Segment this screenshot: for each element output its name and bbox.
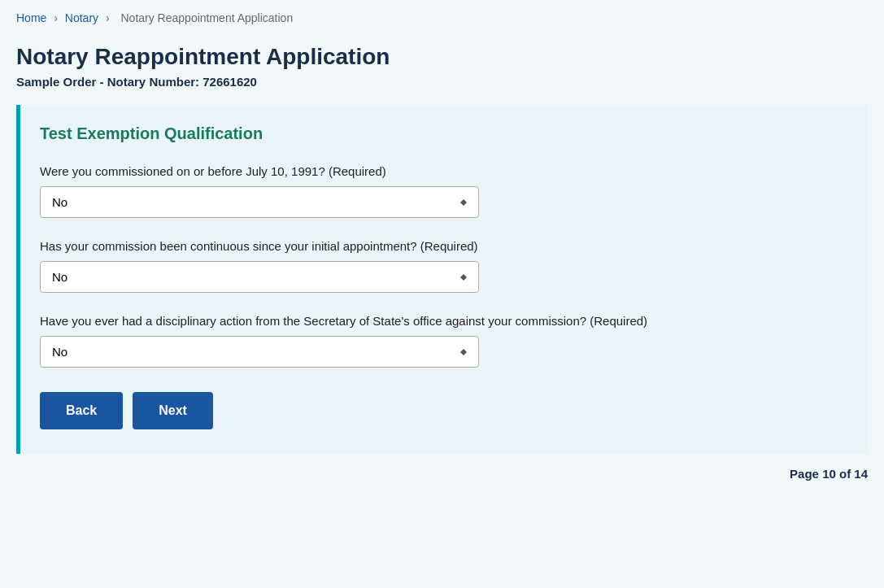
form-group-q3: Have you ever had a disciplinary action …	[40, 312, 848, 368]
page-subtitle: Sample Order - Notary Number: 72661620	[16, 75, 868, 89]
question-1-select[interactable]: No Yes	[40, 186, 479, 218]
page-title: Notary Reappointment Application	[16, 44, 868, 70]
page-header: Notary Reappointment Application Sample …	[0, 36, 884, 105]
breadcrumb-separator-2: ›	[106, 11, 110, 24]
question-3-select[interactable]: No Yes	[40, 336, 479, 368]
button-row: Back Next	[40, 392, 848, 429]
main-content: Test Exemption Qualification Were you co…	[16, 105, 868, 454]
breadcrumb-current: Notary Reappointment Application	[121, 11, 294, 24]
question-2-select[interactable]: No Yes	[40, 261, 479, 293]
question-2-label: Has your commission been continuous sinc…	[40, 237, 848, 255]
question-1-label: Were you commissioned on or before July …	[40, 163, 848, 180]
page-number: Page 10 of 14	[0, 454, 884, 494]
section-title: Test Exemption Qualification	[40, 124, 848, 143]
back-button[interactable]: Back	[40, 392, 123, 429]
next-button[interactable]: Next	[133, 392, 213, 429]
breadcrumb-separator-1: ›	[54, 11, 58, 24]
breadcrumb-home-link[interactable]: Home	[16, 11, 46, 24]
form-group-q1: Were you commissioned on or before July …	[40, 163, 848, 218]
question-3-label: Have you ever had a disciplinary action …	[40, 312, 848, 329]
breadcrumb: Home › Notary › Notary Reappointment App…	[0, 0, 884, 36]
form-group-q2: Has your commission been continuous sinc…	[40, 237, 848, 293]
breadcrumb-notary-link[interactable]: Notary	[65, 11, 98, 24]
